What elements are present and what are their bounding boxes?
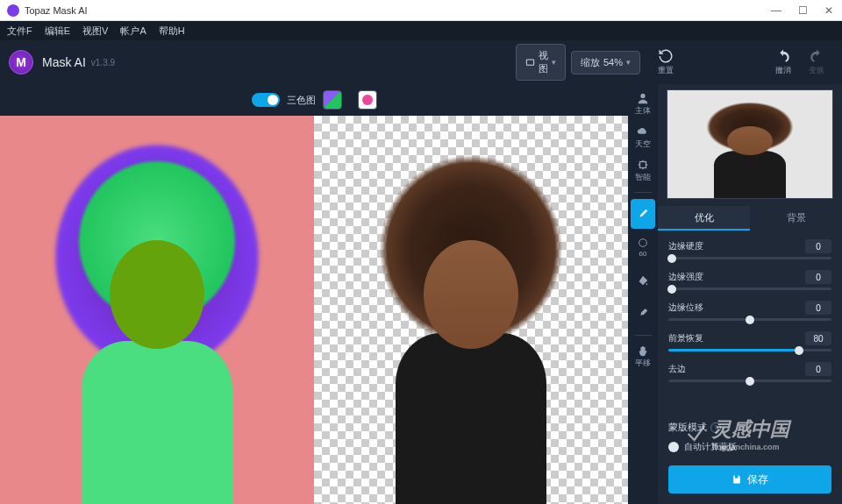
zoom-label: 缩放	[581, 56, 600, 69]
chevron-down-icon: ▾	[552, 58, 556, 67]
canvas-area: 三色图	[0, 84, 628, 504]
undo-button[interactable]: 撤消	[775, 48, 791, 76]
mask-mode-button[interactable]	[358, 90, 377, 110]
canvas-trimap[interactable]	[0, 116, 314, 504]
result-body	[396, 333, 546, 504]
tool-brush[interactable]	[631, 199, 655, 229]
mask-mode-label: 蒙版模式	[668, 421, 707, 434]
tool-picker[interactable]	[631, 299, 655, 329]
mask-dot-icon	[362, 95, 373, 105]
save-button[interactable]: 保存	[668, 465, 831, 493]
hand-icon	[637, 344, 649, 357]
trimap-keep-body	[82, 341, 232, 504]
app-name: Mask AI	[42, 55, 86, 69]
zoom-value: 54%	[603, 57, 623, 67]
color-mode-button[interactable]	[323, 90, 342, 110]
minimize-button[interactable]: —	[770, 4, 782, 17]
help-icon[interactable]: ?	[710, 422, 721, 433]
canvas-result[interactable]	[314, 116, 628, 504]
trimap-keep-face	[110, 240, 203, 349]
slider-edge-shift[interactable]: 边缘位移0	[668, 301, 831, 321]
mask-mode-section: 蒙版模式? 自动计算蒙版	[658, 412, 842, 457]
svg-rect-2	[640, 162, 646, 168]
app-toolbar: M Mask AI v1.3.9 视图 ▾ 缩放 54% ▾ 重置	[0, 40, 842, 84]
view-label: 视图	[539, 49, 548, 75]
reset-icon	[658, 48, 674, 64]
redo-icon	[809, 48, 824, 64]
undo-icon	[775, 48, 791, 64]
window-titlebar: Topaz Mask AI — ☐ ✕	[0, 0, 842, 21]
preview-thumbnail[interactable]	[667, 89, 833, 199]
tab-refine[interactable]: 优化	[658, 206, 750, 231]
zoom-dropdown[interactable]: 缩放 54% ▾	[571, 51, 640, 75]
cloud-icon	[637, 125, 649, 138]
auto-mask-checkbox[interactable]: 自动计算蒙版	[668, 441, 831, 453]
app-version: v1.3.9	[91, 58, 115, 67]
slider-edge-hardness[interactable]: 边缘硬度0	[668, 239, 831, 259]
bucket-icon	[637, 274, 649, 287]
view-dropdown[interactable]: 视图 ▾	[516, 44, 566, 81]
trimap-toggle[interactable]	[252, 93, 280, 107]
slider-fg-recovery[interactable]: 前景恢复80	[668, 331, 831, 351]
window-title: Topaz Mask AI	[25, 5, 770, 16]
tool-pan[interactable]: 平移	[631, 342, 655, 372]
tab-background[interactable]: 背景	[750, 206, 842, 231]
eyedropper-icon	[637, 308, 649, 320]
person-icon	[637, 92, 649, 104]
panel-tabs: 优化 背景	[658, 206, 842, 231]
menu-bar: 文件F 编辑E 视图V 帐户A 帮助H	[0, 21, 842, 40]
canvas-toolbar: 三色图	[0, 84, 628, 116]
svg-rect-0	[526, 60, 533, 65]
svg-point-3	[639, 239, 647, 247]
trimap-label: 三色图	[287, 94, 316, 107]
svg-point-1	[640, 94, 645, 98]
brush-icon	[637, 208, 649, 220]
slider-defringe[interactable]: 去边0	[668, 362, 831, 382]
menu-account[interactable]: 帐户A	[120, 25, 146, 38]
chevron-down-icon: ▾	[626, 58, 631, 67]
redo-button[interactable]: 变换	[809, 48, 824, 76]
tool-subject[interactable]: 主体	[631, 89, 655, 119]
menu-file[interactable]: 文件F	[7, 25, 32, 38]
menu-edit[interactable]: 编辑E	[45, 25, 70, 38]
app-logo: M	[9, 50, 33, 75]
chip-icon	[637, 159, 649, 171]
slider-edge-strength[interactable]: 边缘强度0	[668, 270, 831, 290]
radio-icon	[668, 442, 679, 452]
menu-view[interactable]: 视图V	[82, 25, 108, 38]
brush-size-display[interactable]: 60	[631, 232, 655, 262]
tool-strip: 主体 天空 智能 60	[628, 84, 658, 504]
circle-icon	[637, 237, 649, 249]
side-panel: 优化 背景 边缘硬度0 边缘强度0 边缘位移0	[658, 84, 842, 504]
tool-smart[interactable]: 智能	[631, 156, 655, 186]
display-icon	[525, 58, 535, 67]
close-button[interactable]: ✕	[823, 4, 835, 17]
maximize-button[interactable]: ☐	[796, 4, 809, 17]
result-face	[424, 240, 517, 349]
menu-help[interactable]: 帮助H	[159, 25, 185, 38]
tool-sky[interactable]: 天空	[631, 123, 655, 153]
save-icon	[731, 474, 742, 485]
reset-button[interactable]: 重置	[658, 48, 674, 76]
app-icon	[7, 4, 19, 17]
tool-fill[interactable]	[631, 266, 655, 295]
